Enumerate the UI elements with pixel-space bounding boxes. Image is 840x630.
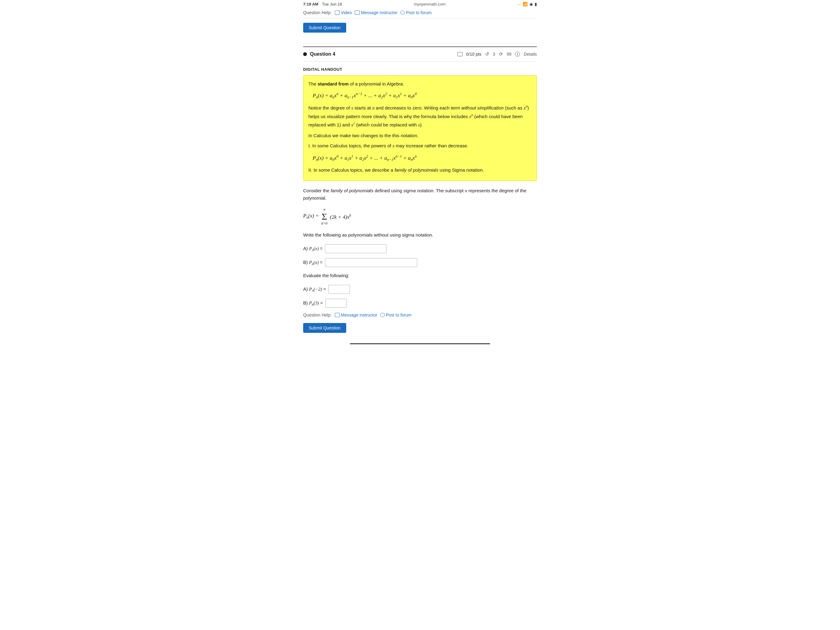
- question-number: Question 4: [310, 51, 335, 57]
- handout-label: DIGITAL HANDOUT: [303, 67, 537, 72]
- forum-icon-top: [400, 11, 405, 15]
- post-forum-link-top[interactable]: Post to forum: [400, 10, 431, 15]
- pts-display: 0/10 pts: [466, 52, 482, 57]
- post-forum-link-bottom[interactable]: Post to forum: [381, 313, 411, 317]
- message-instructor-link-bottom[interactable]: Message instructor: [335, 313, 377, 317]
- video-link[interactable]: Video: [335, 10, 352, 15]
- retries-display: 99: [507, 52, 512, 57]
- calc-note: In Calculus we make two changes to the t…: [308, 131, 532, 140]
- body-intro: Consider the family of polynomials defin…: [303, 187, 537, 202]
- write-instruction: Write the following as polynomials witho…: [303, 231, 537, 239]
- highlight-box: The standard from of a polynomial in Alg…: [303, 75, 537, 181]
- question-title: Question 4: [303, 51, 335, 57]
- evaluate-instruction: Evaluate the following:: [303, 272, 537, 279]
- highlight-intro: The standard from of a polynomial in Alg…: [308, 80, 532, 88]
- signal-icon: 📶: [523, 2, 527, 6]
- status-bar: 7:19 AM Tue Jun 18 myopenmath.com ··· 📶 …: [303, 0, 537, 8]
- input-row-a-eval: A) P3(−2) =: [303, 285, 537, 294]
- question-dot: [303, 52, 307, 56]
- point-2: II. In some Calculus topics, we describe…: [308, 166, 532, 174]
- details-link[interactable]: Details: [524, 52, 537, 57]
- formula-1: Pn(x) = anxn + an−1xn−1 + ... + a2x2 + a…: [313, 91, 532, 101]
- formula-2: Pn(x) = a0x0 + a1x1 + a2x2 + ... + an−1x…: [313, 153, 532, 163]
- message-icon-top: [355, 11, 360, 15]
- input-b-poly-label: B) P6(x) =: [303, 260, 322, 266]
- video-icon: [335, 11, 340, 15]
- input-p6x[interactable]: [325, 258, 417, 267]
- attempts-display: 3: [493, 52, 495, 57]
- input-p3x[interactable]: [325, 244, 387, 253]
- battery-icon: ▮: [535, 2, 537, 6]
- clock-icon: ↺: [485, 51, 489, 57]
- point-1: I. In some Calculus topics, the powers o…: [308, 142, 532, 150]
- bottom-divider: [350, 343, 490, 344]
- input-a-eval-label: A) P3(−2) =: [303, 287, 326, 293]
- refresh-icon: ⟳: [499, 51, 503, 57]
- input-p6-3[interactable]: [325, 299, 347, 308]
- bottom-help-label: Question Help:: [303, 313, 332, 317]
- message-instructor-link-top[interactable]: Message instructor: [355, 10, 397, 15]
- notice-text: Notice the degree of x starts at n and d…: [308, 104, 532, 129]
- question-help-bar: Question Help: Video Message instructor …: [303, 8, 537, 19]
- forum-icon-bottom: [381, 313, 385, 317]
- message-icon-bottom: [335, 313, 340, 317]
- sigma-symbol: n Σ k=0: [321, 207, 327, 226]
- bottom-help-bar: Question Help: Message instructor Post t…: [303, 313, 537, 317]
- question-header: Question 4 0/10 pts ↺ 3 ⟳ 99 i Details: [303, 46, 537, 62]
- wifi-icon: ◉: [529, 2, 533, 6]
- day-display: Tue Jun 18: [322, 2, 342, 6]
- time-display: 7:19 AM: [303, 2, 318, 6]
- input-row-b-eval: B) P6(3) =: [303, 299, 537, 308]
- input-b-eval-label: B) P6(3) =: [303, 300, 323, 306]
- submit-question-button-bottom[interactable]: Submit Question: [303, 323, 346, 333]
- input-p3-neg2[interactable]: [328, 285, 350, 294]
- check-icon: [458, 52, 463, 56]
- status-icons: ··· 📶 ◉ ▮: [518, 2, 537, 6]
- input-a-poly-label: A) P3(x) =: [303, 246, 322, 252]
- ellipsis-icon: ···: [518, 2, 521, 6]
- help-label: Question Help:: [303, 10, 332, 15]
- input-row-a-poly: A) P3(x) =: [303, 244, 537, 253]
- input-row-b-poly: B) P6(x) =: [303, 258, 537, 267]
- submit-question-button-top[interactable]: Submit Question: [303, 23, 346, 33]
- sigma-formula: Pn(x) = n Σ k=0 (2k + 4)xk: [303, 207, 537, 226]
- url-display: myopenmath.com: [414, 2, 445, 6]
- info-icon: i: [515, 52, 520, 57]
- question-meta: 0/10 pts ↺ 3 ⟳ 99 i Details: [458, 51, 537, 57]
